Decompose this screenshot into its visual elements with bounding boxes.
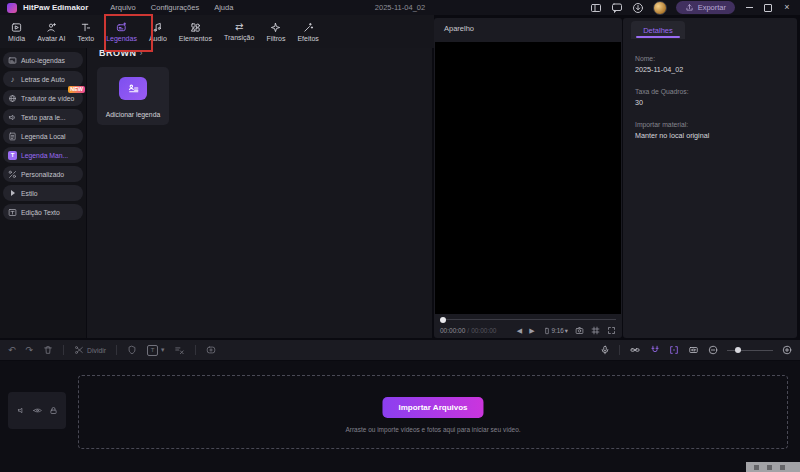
export-label: Exportar [698, 3, 726, 12]
export-button[interactable]: Exportar [676, 1, 735, 14]
download-icon[interactable] [632, 2, 644, 14]
seek-handle[interactable] [440, 317, 446, 323]
fit-timeline-button[interactable] [688, 345, 699, 355]
menu-configuracoes[interactable]: Configurações [151, 3, 199, 12]
import-files-button[interactable]: Importar Arquivos [382, 397, 483, 418]
record-voiceover-button[interactable] [600, 345, 610, 355]
trash-icon [43, 345, 53, 355]
user-avatar[interactable] [653, 1, 667, 15]
seek-bar[interactable] [440, 318, 616, 321]
timeline-toolbar: ↶ ↷ Dividir T ▾ [0, 340, 800, 360]
detail-field-name: Nome: 2025-11-04_02 [635, 55, 683, 74]
sidebar-item-personalizado[interactable]: Personalizado [3, 166, 83, 182]
feedback-icon[interactable] [611, 2, 623, 14]
maximize-button[interactable] [763, 3, 773, 13]
prev-frame-button[interactable]: ◀ [517, 327, 522, 335]
zoom-slider-handle[interactable] [735, 347, 741, 353]
timeline-toolbar-left: ↶ ↷ Dividir T ▾ [8, 345, 216, 356]
minus-circle-icon [708, 345, 718, 355]
menu-arquivo[interactable]: Arquivo [110, 3, 135, 12]
snapshot-button[interactable] [575, 326, 584, 335]
fullscreen-icon [607, 326, 616, 335]
camera-icon [575, 326, 584, 335]
audio-icon [152, 22, 163, 33]
track-header [8, 392, 66, 429]
sidebar-item-edicao-texto[interactable]: Edição Texto [3, 204, 83, 220]
name-label: Nome: [635, 55, 683, 62]
add-caption-label: Adicionar legenda [97, 111, 169, 118]
zoom-in-button[interactable] [782, 345, 792, 355]
sidebar-item-auto-legendas[interactable]: Auto-legendas [3, 52, 83, 68]
taskbar-icon[interactable] [754, 465, 759, 470]
tab-texto[interactable]: Texto [71, 15, 100, 48]
split-button[interactable]: Dividir [74, 345, 106, 355]
elements-icon [190, 22, 201, 33]
taskbar-icon[interactable] [767, 465, 772, 470]
add-caption-card[interactable]: Adicionar legenda [97, 67, 169, 125]
fit-width-icon [688, 345, 699, 355]
minimize-button[interactable] [744, 3, 754, 13]
taskbar-icon[interactable] [780, 465, 785, 470]
plus-circle-icon [782, 345, 792, 355]
zoom-slider-track [727, 350, 773, 351]
media-drop-zone[interactable]: Importar Arquivos Arraste ou importe víd… [78, 375, 788, 449]
track-hide-icon[interactable] [33, 406, 42, 415]
framerate-label: Taxa de Quadros: [635, 88, 689, 95]
redo-button[interactable]: ↷ [26, 346, 34, 355]
marker-button[interactable] [127, 345, 137, 355]
tab-midia[interactable]: Mídia [2, 15, 31, 48]
time-total: 00:00:00 [471, 327, 496, 334]
preview-panel: Aparelho 00:00:00 / 00:00:00 ◀ ▶ 9:16 ▾ [434, 18, 622, 338]
timeline-zoom-slider[interactable] [727, 346, 773, 354]
section-title: BROWN [99, 48, 137, 58]
layout-panels-icon[interactable] [590, 2, 602, 14]
aspect-ratio-select[interactable]: 9:16 ▾ [543, 327, 568, 335]
add-caption-icon [119, 77, 147, 100]
sidebar-item-tradutor-de-video[interactable]: Tradutor de vídeo NEW [3, 90, 83, 106]
magnet-snap-button[interactable] [650, 345, 660, 355]
tab-transicao[interactable]: ⇄ Transição [218, 15, 260, 48]
badge-icon [127, 345, 137, 355]
auto-ripple-button[interactable] [669, 345, 679, 355]
play-button[interactable]: ▶ [529, 327, 534, 335]
captions-sidebar: Auto-legendas ♪ Letras de Auto Tradutor … [0, 48, 86, 338]
filters-icon [270, 22, 281, 33]
tab-elementos[interactable]: Elementos [173, 15, 218, 48]
split-label: Dividir [87, 347, 106, 354]
menu-ajuda[interactable]: Ajuda [214, 3, 233, 12]
tab-audio[interactable]: Áudio [143, 15, 173, 48]
undo-button[interactable]: ↶ [8, 346, 16, 355]
delete-button[interactable] [43, 345, 53, 355]
chevron-right-icon: › [140, 48, 143, 58]
fullscreen-button[interactable] [607, 326, 616, 335]
sidebar-item-texto-para-fala[interactable]: Texto para le... [3, 109, 83, 125]
zoom-out-button[interactable] [708, 345, 718, 355]
clear-captions-button[interactable] [174, 345, 185, 355]
tab-legendas[interactable]: Legendas [100, 15, 143, 48]
tab-filtros[interactable]: Filtros [260, 15, 291, 48]
close-button[interactable]: × [782, 3, 792, 13]
tab-efeitos[interactable]: Efeitos [291, 15, 324, 48]
video-viewport[interactable] [435, 42, 621, 314]
remove-text-icon [174, 345, 185, 355]
tab-detalhes[interactable]: Detalhes [631, 21, 685, 39]
sidebar-item-letras-de-auto[interactable]: ♪ Letras de Auto [3, 71, 83, 87]
add-frame-button[interactable] [206, 345, 216, 355]
text-edit-icon [8, 208, 17, 217]
divider [619, 345, 620, 355]
track-lock-icon[interactable] [49, 406, 58, 415]
track-mute-icon[interactable] [17, 406, 26, 415]
preview-title: Aparelho [444, 24, 474, 33]
sidebar-item-legenda-manual[interactable]: T Legenda Man... [3, 147, 83, 163]
link-clips-button[interactable] [629, 345, 641, 355]
upload-icon [685, 3, 694, 12]
section-header[interactable]: BROWN › [99, 48, 143, 58]
avatar-ai-icon [46, 22, 57, 33]
tab-avatar-ai[interactable]: Avatar AI [31, 15, 71, 48]
sidebar-item-legenda-local[interactable]: Legenda Local [3, 128, 83, 144]
translator-globe-icon [8, 94, 17, 103]
grid-button[interactable] [591, 326, 600, 335]
add-text-dropdown[interactable]: T ▾ [147, 345, 164, 356]
titlebar-right: Exportar × [590, 1, 800, 15]
sidebar-item-estilo[interactable]: Estilo [3, 185, 83, 201]
